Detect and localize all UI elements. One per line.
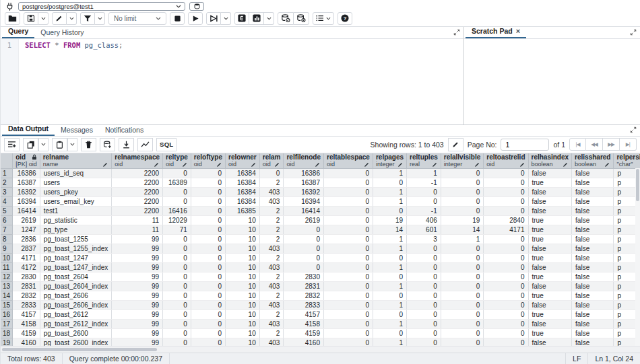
cell-relhasindex[interactable]: true [528,225,572,234]
cell-relfilenode[interactable]: 2619 [284,215,324,225]
cell-relhasindex[interactable]: false [528,206,572,215]
cell-relfilenode[interactable]: 0 [284,262,324,272]
cell-relnamespace[interactable]: 11 [112,215,163,225]
cell-relallvisible[interactable]: 1 [441,234,483,244]
row-number-cell[interactable]: 7 [1,225,13,234]
cell-oid[interactable]: 2831 [13,281,40,291]
cell-reltablespace[interactable]: 0 [324,281,373,291]
cell-reltoastrelid[interactable]: 0 [484,196,528,206]
cell-relam[interactable]: 403 [259,300,284,310]
commit-button[interactable] [278,12,294,25]
cell-oid[interactable]: 4172 [13,262,40,272]
cell-relisshared[interactable]: false [572,300,614,310]
row-number-cell[interactable]: 15 [1,300,13,310]
cell-reloftype[interactable]: 0 [191,187,225,196]
edit-column-icon[interactable] [474,161,480,168]
cell-reloftype[interactable]: 0 [191,234,225,244]
cell-reltablespace[interactable]: 0 [324,300,373,310]
cell-relowner[interactable]: 16384 [226,178,260,187]
cell-reltoastrelid[interactable]: 0 [484,328,528,338]
cell-relpages[interactable]: 1 [373,319,406,328]
cell-relowner[interactable]: 10 [226,328,260,338]
cell-reloftype[interactable]: 0 [191,215,225,225]
cell-relallvisible[interactable]: 0 [441,272,483,281]
cell-relam[interactable]: 2 [259,225,284,234]
tab-messages[interactable]: Messages [55,124,99,136]
cell-reloftype[interactable]: 0 [191,328,225,338]
cell-relowner[interactable]: 16385 [226,206,260,215]
row-number-cell[interactable]: 16 [1,310,13,319]
cell-relname[interactable]: users_id_seq [40,168,112,178]
cell-reltablespace[interactable]: 0 [324,272,373,281]
cell-relpages[interactable]: 0 [373,328,406,338]
cell-relisshared[interactable]: false [572,319,614,328]
cell-relam[interactable]: 403 [259,244,284,253]
cell-oid[interactable]: 4159 [13,328,40,338]
cell-relowner[interactable]: 10 [226,272,260,281]
stop-button[interactable] [170,12,185,25]
row-number-cell[interactable]: 12 [1,272,13,281]
column-header-reltuples[interactable]: reltuplesreal [407,153,441,169]
cell-reltablespace[interactable]: 0 [324,319,373,328]
cell-reltoastrelid[interactable]: 0 [484,168,528,178]
cell-reltuples[interactable]: 0 [407,310,441,319]
row-number-cell[interactable]: 13 [1,281,13,291]
cell-relpages[interactable]: 1 [373,244,406,253]
cell-relisshared[interactable]: false [572,234,614,244]
cell-reltuples[interactable]: -1 [407,178,441,187]
cell-reltype[interactable]: 0 [163,262,191,272]
delete-row-button[interactable] [81,138,96,151]
cell-relallvisible[interactable]: 0 [441,244,483,253]
cell-reltype[interactable]: 0 [163,234,191,244]
cell-reltype[interactable]: 0 [163,272,191,281]
cell-reltuples[interactable]: 0 [407,291,441,300]
grid-corner-cell[interactable] [1,153,13,169]
cell-relfilenode[interactable]: 2832 [284,291,324,300]
edit-column-icon[interactable] [364,161,370,168]
cell-relname[interactable]: pg_statistic [40,215,112,225]
cell-reloftype[interactable]: 0 [191,253,225,262]
cell-reltuples[interactable]: 0 [407,262,441,272]
cell-relam[interactable]: 403 [259,338,284,346]
cell-relisshared[interactable]: false [572,262,614,272]
cell-relpages[interactable]: 1 [373,300,406,310]
cell-relhasindex[interactable]: true [528,178,572,187]
cell-reltoastrelid[interactable]: 0 [484,178,528,187]
save-file-button[interactable] [24,12,38,25]
cell-oid[interactable]: 4157 [13,310,40,319]
cell-relname[interactable]: pg_toast_2600 [40,328,112,338]
cell-oid[interactable]: 16387 [13,178,40,187]
explain-button[interactable] [234,12,249,25]
cell-reltoastrelid[interactable]: 0 [484,281,528,291]
cell-reloftype[interactable]: 0 [191,281,225,291]
tab-notifications[interactable]: Notifications [99,124,150,136]
column-header-relowner[interactable]: relowneroid [226,153,260,169]
cell-reltoastrelid[interactable]: 0 [484,310,528,319]
open-file-button[interactable] [5,12,20,25]
cell-reltablespace[interactable]: 0 [324,310,373,319]
cell-relam[interactable]: 403 [259,319,284,328]
cell-relam[interactable]: 403 [259,187,284,196]
cell-reltablespace[interactable]: 0 [324,215,373,225]
cell-relpages[interactable]: 1 [373,262,406,272]
cell-relallvisible[interactable]: 0 [441,300,483,310]
edit-options-dropdown[interactable] [67,12,77,25]
previous-page-button[interactable]: ◀◀ [586,138,603,151]
cell-relname[interactable]: pg_toast_1247 [40,253,112,262]
cell-reltuples[interactable]: 406 [407,215,441,225]
paste-button[interactable] [52,138,67,151]
execute-script-button[interactable] [206,12,221,25]
cell-relfilenode[interactable]: 0 [284,244,324,253]
cell-relam[interactable]: 2 [259,215,284,225]
filter-options-dropdown[interactable] [95,12,105,25]
row-number-cell[interactable]: 19 [1,338,13,346]
tab-scratch-pad[interactable]: Scratch Pad× [466,26,526,38]
cell-reltuples[interactable]: 0 [407,187,441,196]
cell-relpages[interactable]: 0 [373,272,406,281]
cell-relhasindex[interactable]: false [528,319,572,328]
cell-reltablespace[interactable]: 0 [324,206,373,215]
row-number-cell[interactable]: 1 [1,168,13,178]
cell-oid[interactable]: 2837 [13,244,40,253]
cell-relnamespace[interactable]: 99 [112,281,163,291]
cell-relfilenode[interactable]: 4160 [284,338,324,346]
